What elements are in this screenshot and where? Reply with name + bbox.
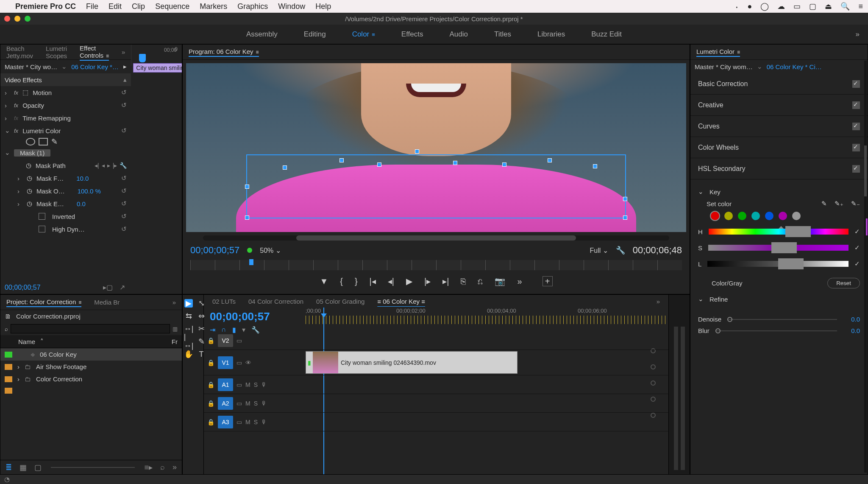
in-point-icon[interactable]: { <box>340 277 343 286</box>
inverted-checkbox[interactable] <box>39 213 45 220</box>
timeline-timecode[interactable]: 00;00;00;57 <box>210 310 300 323</box>
expand-icon[interactable]: › <box>5 102 10 109</box>
ec-overflow-icon[interactable]: » <box>122 48 125 56</box>
freeform-view-icon[interactable]: ▢ <box>34 463 42 472</box>
ec-timecode[interactable]: 00;00;00;57 <box>5 284 41 291</box>
mic-icon[interactable]: 🎙 <box>261 419 267 425</box>
eye-icon[interactable]: 👁 <box>245 359 251 366</box>
expand-icon[interactable]: › <box>17 187 22 195</box>
step-fwd-icon[interactable]: |▸ <box>424 276 431 286</box>
pen-mask-button[interactable]: ✎ <box>51 137 58 146</box>
project-search-input[interactable] <box>11 324 170 333</box>
track-v2-label[interactable]: V2 <box>218 334 233 347</box>
stopwatch-icon[interactable]: ◷ <box>27 200 32 207</box>
export-frame-icon[interactable]: 📷 <box>495 276 505 286</box>
track-a1-label[interactable]: A1 <box>218 378 233 391</box>
program-timecode[interactable]: 00;00;00;57 <box>190 245 239 256</box>
menu-clip[interactable]: Clip <box>132 2 145 11</box>
ws-audio[interactable]: Audio <box>447 28 470 40</box>
spotlight-icon[interactable]: 🔍 <box>840 2 850 11</box>
eyedropper-plus-icon[interactable]: ✎₊ <box>835 200 843 207</box>
zoom-window-button[interactable] <box>25 16 31 22</box>
chevron-down-icon[interactable]: ⌄ <box>757 63 762 70</box>
program-hscroll[interactable] <box>203 235 669 241</box>
lock-icon[interactable]: 🔒 <box>207 381 214 388</box>
find-icon[interactable]: ⌕ <box>160 463 165 472</box>
timeline-clip[interactable]: ▮City woman smiling 024634390.mov <box>306 351 517 374</box>
menu-sequence[interactable]: Sequence <box>155 2 189 11</box>
reset-icon[interactable]: ↺ <box>121 200 127 207</box>
selection-tool-icon[interactable]: ▶ <box>184 299 193 308</box>
ec-clip-link[interactable]: 06 Color Key *… <box>71 63 119 70</box>
menu-markers[interactable]: Markers <box>200 2 227 11</box>
overflow-icon[interactable]: » <box>517 277 522 286</box>
dropbox-icon[interactable]: ⬪ <box>734 2 739 11</box>
wrench-icon[interactable]: 🔧 <box>120 162 127 169</box>
reset-icon[interactable]: ↺ <box>121 187 127 195</box>
menu-edit[interactable]: Edit <box>108 2 122 11</box>
reset-icon[interactable]: ↺ <box>121 225 127 233</box>
curves-toggle[interactable] <box>852 123 860 130</box>
go-to-in-icon[interactable]: |◂ <box>370 276 376 286</box>
lum-slider[interactable] <box>707 258 849 269</box>
menu-graphics[interactable]: Graphics <box>237 2 268 11</box>
swatch-cyan[interactable] <box>751 212 760 220</box>
mask-feather-value[interactable]: 10.0 <box>76 175 89 182</box>
ws-buzzedit[interactable]: Buzz Edit <box>589 28 624 40</box>
project-menu-icon[interactable]: ≡ <box>78 299 81 305</box>
denoise-value[interactable]: 0.0 <box>843 316 860 323</box>
mic-icon[interactable]: 🎙 <box>261 381 267 388</box>
expand-icon[interactable]: › <box>5 89 10 96</box>
tl-tab-cc[interactable]: 04 Color Correction <box>248 298 303 305</box>
settings-wrench-icon[interactable]: 🔧 <box>616 246 625 255</box>
item-06-color-key[interactable]: 06 Color Key <box>40 351 77 358</box>
tl-menu-icon[interactable]: ≡ <box>421 298 425 305</box>
expand-icon[interactable]: › <box>17 375 19 383</box>
tl-tab-colorkey[interactable]: ≡ 06 Color Key ≡ <box>377 298 425 305</box>
ws-color-menu-icon[interactable]: ≡ <box>372 31 375 38</box>
icon-view-icon[interactable]: ▦ <box>19 463 27 472</box>
play-icon[interactable]: ▶ <box>406 276 412 286</box>
menu-help[interactable]: Help <box>315 2 331 11</box>
kf-next-icon[interactable]: ▸ <box>107 162 110 169</box>
lock-icon[interactable]: 🔒 <box>207 337 214 344</box>
eject-icon[interactable]: ⏏ <box>825 2 832 11</box>
section-creative[interactable]: Creative <box>690 95 868 116</box>
mic-icon[interactable]: 🎙 <box>261 400 267 407</box>
lumetri-color-effect[interactable]: Lumetri Color <box>22 127 61 134</box>
reset-button[interactable]: Reset <box>827 278 860 288</box>
col-fr[interactable]: Fr <box>172 338 178 345</box>
ws-overflow-icon[interactable]: » <box>856 30 860 39</box>
kf-next2-icon[interactable]: |▸ <box>113 162 117 169</box>
mask-1-item[interactable]: Mask (1) <box>14 149 50 157</box>
kf-prev-icon[interactable]: ◂| <box>95 162 99 169</box>
section-color-wheels[interactable]: Color Wheels <box>690 137 868 158</box>
ec-play-icon[interactable]: ▸ <box>123 63 127 70</box>
resolution-dropdown[interactable]: Full ⌄ <box>590 246 608 255</box>
list-view-icon[interactable]: ≣ <box>6 463 12 472</box>
step-back-icon[interactable]: ◂| <box>388 276 394 286</box>
marker-icon[interactable]: ▼ <box>320 277 328 286</box>
tl-overflow-icon[interactable]: » <box>657 298 660 305</box>
color-wheels-toggle[interactable] <box>852 144 860 151</box>
collapse-icon[interactable]: ⌄ <box>5 149 10 157</box>
col-name[interactable]: Name <box>18 338 35 345</box>
cc-icon[interactable]: ☁ <box>777 2 785 11</box>
render-icon[interactable]: ▸▢ <box>103 283 113 291</box>
ws-effects[interactable]: Effects <box>399 28 426 40</box>
hsl-secondary-toggle[interactable] <box>852 165 860 173</box>
tl-tab-luts[interactable]: 02 LUTs <box>212 298 236 305</box>
circle-icon[interactable]: ◯ <box>760 2 769 11</box>
collapse-up-icon[interactable]: ▴ <box>123 76 127 84</box>
proj-zoom-slider[interactable] <box>51 467 135 468</box>
check-icon[interactable]: ✓ <box>854 260 860 268</box>
section-curves[interactable]: Curves <box>690 116 868 137</box>
track-toggle-icon[interactable]: ▭ <box>236 381 242 388</box>
hamburger-icon[interactable]: ≡ <box>858 2 863 11</box>
tab-effect-controls[interactable]: Effect Controls≡ <box>80 44 109 61</box>
mask-outline[interactable] <box>246 154 626 218</box>
out-point-icon[interactable]: } <box>355 277 358 286</box>
tab-media-browser[interactable]: Media Br <box>94 298 120 307</box>
reset-opacity-icon[interactable]: ↺ <box>121 101 127 109</box>
program-ruler[interactable] <box>190 260 682 270</box>
